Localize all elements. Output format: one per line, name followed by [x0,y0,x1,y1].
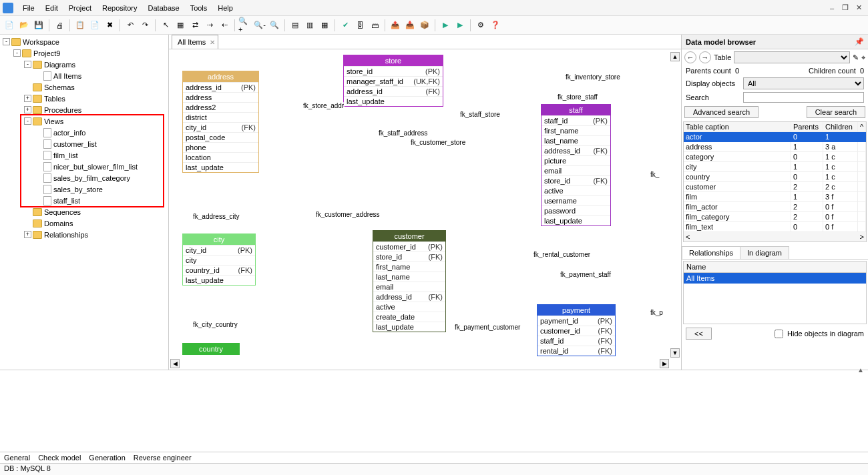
undo-icon[interactable]: ↶ [124,19,137,32]
table-row[interactable]: city11 c [684,162,866,172]
table-row[interactable]: customer22 c [684,182,866,192]
menu-project[interactable]: Project [63,4,97,12]
tree-toggle[interactable]: - [24,117,31,125]
col-extra[interactable]: ^ [858,122,866,132]
edit-icon[interactable]: ✎ [853,53,859,62]
menu-database[interactable]: Database [143,4,185,12]
menu-tools[interactable]: Tools [185,4,213,12]
open-icon[interactable]: 📂 [17,19,31,32]
tree-customer_list[interactable]: customer_list [0,138,168,149]
zoom-out-icon[interactable]: 🔍- [253,19,266,32]
display-select[interactable]: All [743,77,864,89]
tree-all-items[interactable]: All Items [0,70,168,81]
table-header[interactable]: country [183,344,239,354]
table-column[interactable]: store_id(FK) [373,252,445,262]
close-window-button[interactable]: ✕ [852,3,865,12]
run2-icon[interactable]: ▶ [453,19,467,32]
tree-toggle[interactable] [35,129,42,136]
table-row[interactable]: film_text00 f [684,222,866,232]
tree-views[interactable]: -Views [0,115,168,127]
table-column[interactable]: last_update [344,96,443,106]
col-caption[interactable]: Table caption [684,122,791,132]
bottom-tab-generation[interactable]: Generation [89,454,125,462]
bottom-tab-reverse-engineer[interactable]: Reverse engineer [134,454,192,462]
tree-toggle[interactable] [35,185,42,193]
table-column[interactable]: address_id(FK) [541,145,610,155]
table-column[interactable]: address_id(FK) [373,292,445,302]
tab-relationships[interactable]: Relationships [682,246,740,259]
col-parents[interactable]: Parents [791,122,823,132]
tree-procedures[interactable]: +Procedures [0,104,168,115]
pin-icon[interactable]: 📌 [855,37,864,46]
diagram-list[interactable]: Name All Items [683,261,867,324]
tab-in-diagram[interactable]: In diagram [740,246,789,259]
tree-toggle[interactable] [35,174,42,181]
tree-relationships[interactable]: +Relationships [0,229,168,240]
tree-toggle[interactable]: + [24,231,31,238]
list-item[interactable]: All Items [684,273,866,284]
tree-toggle[interactable] [35,151,42,159]
table-column[interactable]: rental_id(FK) [537,346,615,356]
tables-grid[interactable]: Table caption Parents Children ^ actor01… [683,121,867,242]
zoom-fit-icon[interactable]: 🔍 [268,19,281,32]
table-payment[interactable]: paymentpayment_id(PK)customer_id(FK)staf… [537,304,616,356]
table-header[interactable]: customer [373,231,445,242]
table-column[interactable]: create_date [373,312,445,322]
table-column[interactable]: city_id(PK) [183,245,255,255]
table-column[interactable]: active [541,185,610,195]
delete-icon[interactable]: ✖ [103,19,116,32]
bottom-tab-general[interactable]: General [4,454,30,462]
view3-icon[interactable]: ▦ [318,19,331,32]
hide-objects-checkbox[interactable] [775,330,783,338]
table-column[interactable]: store_id(FK) [541,175,610,185]
back-button[interactable]: << [686,328,712,340]
table-icon[interactable]: ▦ [174,19,187,32]
copy-icon[interactable]: 📋 [73,19,87,32]
table-column[interactable]: postal_code [183,132,258,142]
tab-all-items[interactable]: All Items ✕ [172,35,218,49]
tree-toggle[interactable] [35,197,42,204]
table-row[interactable]: film_category20 f [684,212,866,222]
tree-staff_list[interactable]: staff_list [0,195,168,206]
table-column[interactable]: username [541,195,610,205]
table-column[interactable]: customer_id(FK) [537,326,615,336]
table-header[interactable]: city [183,234,255,245]
table-column[interactable]: last_update [183,162,258,172]
relation3-icon[interactable]: ⇠ [218,19,231,32]
export1-icon[interactable]: 📤 [389,19,402,32]
search-input[interactable] [743,92,864,103]
table-column[interactable]: store_id(PK) [344,66,443,76]
table-column[interactable]: phone [183,142,258,152]
print-icon[interactable]: 🖨 [53,19,66,32]
zoom-in-icon[interactable]: 🔍+ [238,19,252,32]
table-column[interactable]: email [541,165,610,175]
maximize-button[interactable]: ❐ [839,3,852,12]
table-city[interactable]: citycity_id(PK)citycountry_id(FK)last_up… [182,233,256,286]
bottom-tab-check-model[interactable]: Check model [38,454,81,462]
table-staff[interactable]: staffstaff_id(PK)first_namelast_nameaddr… [541,104,611,226]
tree-toggle[interactable] [35,140,42,147]
advanced-search-button[interactable]: Advanced search [684,106,758,118]
nav-fwd-icon[interactable]: → [699,51,711,63]
relation-icon[interactable]: ⇄ [188,19,202,32]
tree-toggle[interactable]: - [13,49,21,57]
scroll-down[interactable]: ▼ [670,348,680,358]
table-row[interactable]: film13 f [684,192,866,202]
tree-project9[interactable]: -Project9 [0,47,168,59]
diagram-canvas[interactable]: addressaddress_id(PK)addressaddress2dist… [169,49,681,370]
project-tree[interactable]: -Workspace-Project9-DiagramsAll ItemsSch… [0,35,169,370]
menu-repository[interactable]: Repository [97,4,143,12]
menu-help[interactable]: Help [212,4,238,12]
locate-icon[interactable]: ⌖ [861,53,865,62]
table-column[interactable]: payment_id(PK) [537,316,615,326]
table-row[interactable]: category01 c [684,152,866,162]
tree-sales_by_store[interactable]: sales_by_store [0,183,168,195]
pointer-icon[interactable]: ↖ [159,19,172,32]
tree-toggle[interactable]: + [24,106,31,113]
tree-schemas[interactable]: Schemas [0,81,168,93]
table-column[interactable]: last_name [373,272,445,282]
table-column[interactable]: location [183,152,258,162]
settings-icon[interactable]: ⚙ [474,19,487,32]
table-column[interactable]: last_update [373,322,445,332]
close-tab-icon[interactable]: ✕ [210,39,215,46]
